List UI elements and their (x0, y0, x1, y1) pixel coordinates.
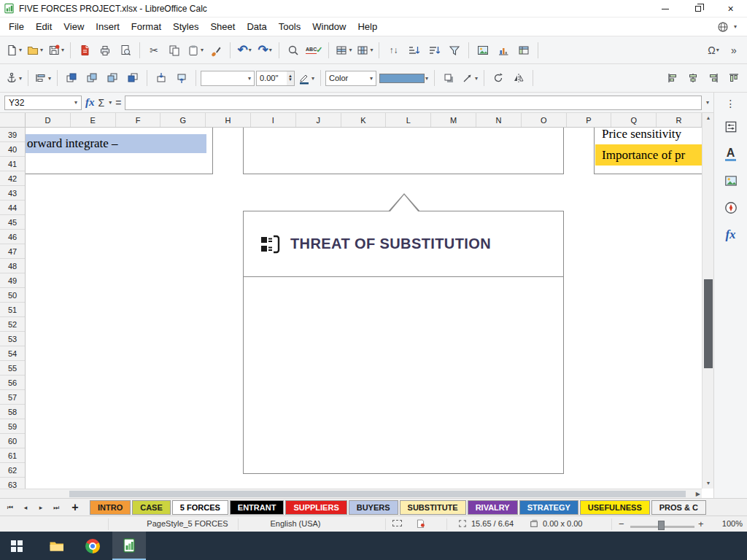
sheet-tab-usefulness[interactable]: USEFULNESS (580, 500, 650, 515)
send-to-back-button[interactable] (123, 68, 142, 88)
sheet-tab-intro[interactable]: INTRO (90, 500, 131, 515)
open-dropdown-icon[interactable]: ▾ (40, 47, 43, 53)
sum-dropdown-icon[interactable]: ▾ (109, 99, 112, 106)
bring-forward-button[interactable] (82, 68, 101, 88)
column-header-M[interactable]: M (431, 113, 476, 127)
sidebar-properties-button[interactable] (720, 117, 742, 137)
column-header-P[interactable]: P (567, 113, 612, 127)
sheet-tab-rivalry[interactable]: RIVALRY (468, 500, 518, 515)
function-wizard-button[interactable]: fx (85, 96, 95, 109)
fill-color-dropdown-icon[interactable]: ▾ (425, 75, 428, 82)
copy-button[interactable] (165, 40, 184, 61)
textbox-buyers-left[interactable]: orward integrate – (26, 128, 213, 174)
line-style-dropdown-icon[interactable]: ▾ (245, 75, 251, 82)
formula-button[interactable]: = (115, 97, 121, 109)
sheet-tab-case[interactable]: CASE (132, 500, 171, 515)
minimize-button[interactable] (649, 0, 681, 18)
row-header-59[interactable]: 59 (0, 419, 25, 434)
undo-dropdown-icon[interactable]: ▾ (249, 47, 252, 53)
clone-formatting-button[interactable] (206, 40, 225, 61)
column-header-K[interactable]: K (341, 113, 387, 127)
menu-edit[interactable]: Edit (30, 18, 58, 36)
area-style-dropdown-icon[interactable]: ▾ (367, 75, 373, 82)
area-style-select[interactable]: Color▾ (325, 71, 376, 86)
insert-row-button[interactable]: ▾ (333, 40, 353, 61)
column-header-Q[interactable]: Q (611, 113, 657, 127)
menu-help[interactable]: Help (352, 18, 383, 36)
row-header-39[interactable]: 39 (0, 128, 25, 142)
file-explorer-button[interactable] (39, 532, 73, 560)
vertical-scrollbar[interactable]: ▲ ▼ (702, 113, 713, 489)
row-header-56[interactable]: 56 (0, 376, 25, 390)
previous-sheet-button[interactable]: ◂ (18, 499, 33, 516)
page-style-status[interactable]: PageStyle_5 FORCES (115, 519, 260, 528)
sheet-tab-strategy[interactable]: STRATEGY (519, 500, 578, 515)
column-header-G[interactable]: G (160, 113, 206, 127)
export-pdf-button[interactable] (75, 40, 94, 61)
column-header-N[interactable]: N (476, 113, 522, 127)
sum-button[interactable]: Σ (98, 97, 105, 109)
name-box[interactable]: Y32▾ (4, 96, 82, 110)
row-header-48[interactable]: 48 (0, 259, 25, 273)
column-header-L[interactable]: L (386, 113, 431, 127)
to-background-button[interactable] (172, 68, 191, 88)
menu-overflow-icon[interactable]: ▾ (734, 23, 737, 30)
formula-input[interactable] (125, 96, 702, 110)
row-header-45[interactable]: 45 (0, 215, 25, 230)
column-header-O[interactable]: O (522, 113, 567, 127)
to-foreground-button[interactable] (152, 68, 171, 88)
toolbar-overflow-button[interactable]: » (724, 40, 743, 61)
row-header-53[interactable]: 53 (0, 332, 25, 346)
line-color-button[interactable]: ▾ (296, 68, 316, 88)
row-header-50[interactable]: 50 (0, 288, 25, 303)
insert-chart-button[interactable] (494, 40, 513, 61)
zoom-out-button[interactable]: − (619, 518, 624, 529)
menu-format[interactable]: Format (125, 18, 167, 36)
rotate-button[interactable] (489, 68, 508, 88)
threat-of-substitution-callout[interactable]: THREAT OF SUBSTITUTION (243, 211, 564, 474)
zoom-level-value[interactable]: 100% (715, 519, 743, 528)
row-header-57[interactable]: 57 (0, 390, 25, 405)
object-align-center-button[interactable] (684, 68, 703, 88)
object-align-top-button[interactable] (724, 68, 743, 88)
sheet-canvas[interactable]: orward integrate – Price sensitivity Imp… (26, 128, 702, 489)
column-header-F[interactable]: F (116, 113, 161, 127)
sidebar-gallery-button[interactable] (720, 171, 742, 191)
special-character-button[interactable]: Ω▾ (704, 40, 723, 61)
row-header-41[interactable]: 41 (0, 157, 25, 171)
row-header-42[interactable]: 42 (0, 171, 25, 186)
sort-button[interactable]: ↑↓ (384, 40, 403, 61)
new-dropdown-icon[interactable]: ▾ (19, 47, 22, 53)
sort-ascending-button[interactable] (404, 40, 423, 61)
row-header-58[interactable]: 58 (0, 405, 25, 419)
sheet-tab-suppliers[interactable]: SUPPLIERS (285, 500, 347, 515)
insert-row-dropdown-icon[interactable]: ▾ (349, 47, 352, 53)
send-backward-button[interactable] (103, 68, 122, 88)
fill-color-button[interactable]: ▾ (378, 68, 430, 88)
sidebar-navigator-button[interactable] (720, 198, 742, 218)
row-header-47[interactable]: 47 (0, 244, 25, 259)
column-header-D[interactable]: D (26, 113, 71, 127)
menu-styles[interactable]: Styles (167, 18, 204, 36)
column-header-I[interactable]: I (251, 113, 296, 127)
insert-column-button[interactable]: ▾ (355, 40, 374, 61)
column-header-R[interactable]: R (657, 113, 702, 127)
first-sheet-button[interactable]: ⏮ (3, 499, 18, 516)
language-status[interactable]: English (USA) (241, 519, 350, 528)
paste-button[interactable]: ▾ (185, 40, 205, 61)
last-sheet-button[interactable]: ⏭ (49, 499, 63, 516)
zoom-in-button[interactable]: + (698, 518, 704, 529)
menu-window[interactable]: Window (306, 18, 352, 36)
horizontal-scrollbar-thumb[interactable] (69, 491, 686, 497)
bring-to-front-button[interactable] (62, 68, 81, 88)
horizontal-scrollbar[interactable]: ▶ (0, 489, 702, 498)
redo-button[interactable]: ↷▾ (255, 40, 274, 61)
chrome-button[interactable] (76, 532, 109, 560)
next-sheet-button[interactable]: ▸ (34, 499, 48, 516)
new-document-button[interactable]: ▾ (4, 40, 23, 61)
sidebar-functions-button[interactable]: fx (720, 225, 742, 245)
menu-insert[interactable]: Insert (90, 18, 125, 36)
line-color-dropdown-icon[interactable]: ▾ (311, 75, 314, 82)
row-header-52[interactable]: 52 (0, 317, 25, 332)
arrow-style-button[interactable]: ▾ (460, 68, 479, 88)
